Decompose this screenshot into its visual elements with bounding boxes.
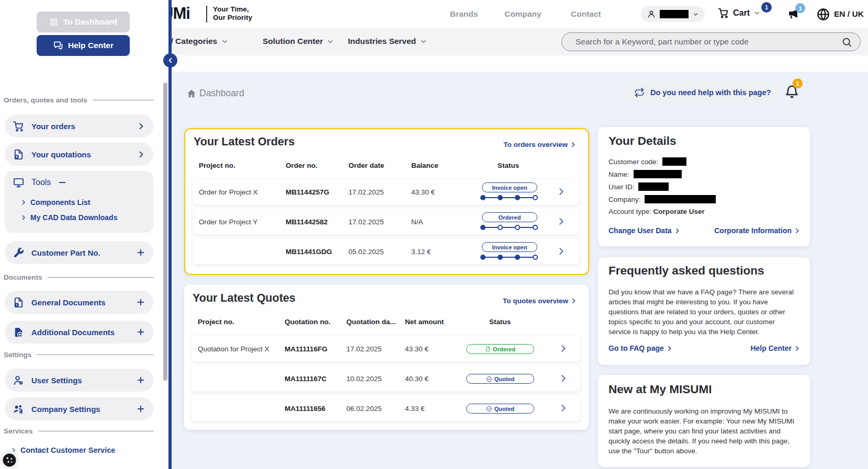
faq-card: Frequently asked questions Did you know … <box>598 257 810 365</box>
quotes-title: Your Latest Quotes <box>193 292 296 305</box>
customer-code-line: Customer code: <box>608 157 686 166</box>
users-gear-icon <box>13 403 25 415</box>
quote-status-badge: Quoted <box>466 404 534 414</box>
sidebar-item-customer-part-no[interactable]: Customer Part No. <box>5 241 153 264</box>
quotes-col-status: Status <box>489 318 511 326</box>
to-dashboard-button[interactable]: To Dashboard <box>37 12 130 32</box>
cookie-icon <box>2 452 17 468</box>
progress-dot-filled <box>515 255 520 260</box>
your-orders-label: Your orders <box>31 122 130 131</box>
user-settings-label: User Settings <box>31 376 129 385</box>
progress-dot-open <box>498 225 503 230</box>
order-number: MB11441GDG <box>286 248 332 256</box>
help-center-button[interactable]: Help Center <box>37 35 130 56</box>
customer-code-label: Customer code: <box>608 158 658 166</box>
order-row[interactable]: Order for Project X MB1144257G 17.02.202… <box>193 179 580 205</box>
chevron-right-icon <box>20 199 27 205</box>
quotes-overview-label: To quotes overview <box>503 297 568 305</box>
faq-help-center-link[interactable]: Help Center <box>750 344 801 352</box>
orders-col-project: Project no. <box>199 162 235 169</box>
nav-company[interactable]: Company <box>504 9 542 19</box>
home-icon[interactable] <box>186 88 197 99</box>
quote-date: 17.02.2025 <box>346 345 382 353</box>
quote-row[interactable]: Quotation for Project X MA111116FG 17.02… <box>191 336 581 362</box>
chevron-right-icon[interactable] <box>558 373 568 383</box>
order-progress-stepper <box>480 255 538 260</box>
progress-dot-filled <box>498 195 503 200</box>
order-progress-stepper <box>480 195 538 200</box>
quotes-overview-link[interactable]: To quotes overview <box>503 297 577 305</box>
redacted-customer-code <box>662 157 686 166</box>
faq-page-link[interactable]: Go to FAQ page <box>608 344 673 352</box>
sidebar-item-user-settings[interactable]: User Settings <box>5 369 153 392</box>
chevron-right-icon[interactable] <box>558 403 568 413</box>
components-list-label: Components List <box>30 198 90 207</box>
company-label: Company: <box>608 196 641 203</box>
additional-documents-label: Additional Documents <box>31 328 129 337</box>
sidebar-collapse-button[interactable] <box>163 53 177 67</box>
sidebar-item-additional-documents[interactable]: Additional Documents <box>5 321 153 344</box>
sidebar: To Dashboard Help Center Orders, quotes … <box>0 0 172 469</box>
quote-net-amount: 40.30 € <box>405 375 429 383</box>
language-selector[interactable]: EN / UK <box>834 9 864 19</box>
cookie-settings-button[interactable] <box>0 451 19 469</box>
sidebar-item-tools[interactable]: Tools <box>5 171 153 194</box>
sidebar-section-services: Services <box>4 427 154 435</box>
page-help-button[interactable]: Do you need help with this page? <box>624 83 781 102</box>
chevron-right-icon[interactable] <box>556 187 566 197</box>
chevron-down-icon <box>420 38 427 45</box>
minus-icon <box>58 178 67 187</box>
faq-page-label: Go to FAQ page <box>608 344 664 352</box>
orders-overview-link[interactable]: To orders overview <box>503 141 577 148</box>
name-line: Name: <box>608 170 682 178</box>
order-project: Order for Project X <box>199 188 258 196</box>
account-menu[interactable] <box>641 6 705 22</box>
help-center-label: Help Center <box>68 41 114 50</box>
chevron-right-icon[interactable] <box>556 246 566 256</box>
globe-icon[interactable] <box>816 7 830 21</box>
file-add-filled-icon <box>13 326 25 338</box>
sidebar-item-components-list[interactable]: Components List <box>20 198 90 207</box>
redacted-user-name <box>660 10 689 18</box>
sidebar-item-company-settings[interactable]: Company Settings <box>5 397 153 420</box>
order-progress-stepper <box>480 225 538 230</box>
news-body: We are continuously working on improving… <box>608 406 799 456</box>
sidebar-item-general-documents[interactable]: General Documents <box>5 291 153 314</box>
order-status-label: Invoice open <box>492 244 527 250</box>
nav-brands[interactable]: Brands <box>450 9 478 19</box>
nav-contact[interactable]: Contact <box>571 9 601 19</box>
progress-dot-filled <box>480 225 486 230</box>
quote-net-amount: 43.30 € <box>405 345 429 353</box>
your-quotations-label: Your quotations <box>31 150 130 159</box>
sidebar-scrollbar[interactable] <box>163 83 167 381</box>
chevron-right-icon[interactable] <box>558 344 568 353</box>
sidebar-item-contact-customer-service[interactable]: Contact Customer Service <box>10 446 115 454</box>
quotes-col-project: Project no. <box>198 318 234 326</box>
search-icon[interactable] <box>841 37 852 48</box>
cart-button[interactable]: Cart <box>718 7 761 19</box>
chat-bubbles-icon <box>53 40 63 51</box>
tools-label: Tools <box>31 178 51 187</box>
quote-row[interactable]: MA1111167C 10.02.2025 40.30 € Quoted <box>191 365 581 392</box>
sidebar-item-my-cad-data-downloads[interactable]: My CAD Data Downloads <box>20 213 117 222</box>
search-input[interactable] <box>574 37 841 47</box>
logo-tagline: Your Time, Our Priority <box>213 5 252 22</box>
quote-row[interactable]: MA11111656 06.02.2025 4.33 € Quoted <box>191 395 581 421</box>
sidebar-item-your-quotations[interactable]: Your quotations <box>5 143 153 166</box>
sidebar-item-your-orders[interactable]: Your orders <box>5 115 153 138</box>
chevron-down-icon <box>692 11 699 18</box>
order-row[interactable]: Order for Project Y MB11442582 17.02.202… <box>193 209 580 235</box>
file-plus-icon <box>13 148 25 161</box>
quote-net-amount: 4.33 € <box>405 405 425 413</box>
progress-dot-open <box>533 255 538 260</box>
nav-industries-served[interactable]: Industries Served <box>348 37 427 46</box>
details-title: Your Details <box>608 134 677 148</box>
corporate-information-link[interactable]: Corporate Information <box>714 226 801 235</box>
change-user-data-link[interactable]: Change User Data <box>608 226 681 235</box>
nav-solution-label: Solution Center <box>263 37 323 46</box>
company-settings-label: Company Settings <box>31 405 129 414</box>
chevron-right-icon[interactable] <box>556 216 566 226</box>
order-row[interactable]: MB11441GDG 05.02.2025 3.12 € Invoice ope… <box>193 238 580 265</box>
nav-solution-center[interactable]: Solution Center <box>263 37 334 46</box>
file-info-icon <box>13 296 25 308</box>
